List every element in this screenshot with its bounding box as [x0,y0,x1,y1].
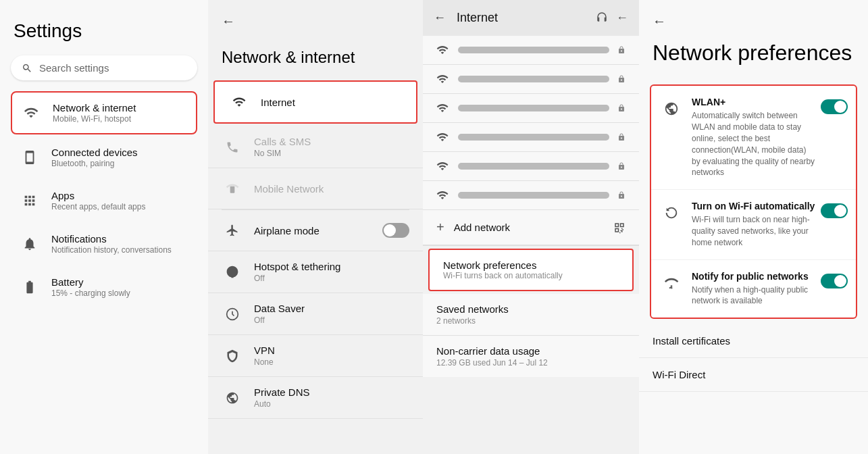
menu-item-calls[interactable]: Calls & SMS No SIM [208,126,423,168]
nav-connected-text: Connected devices Bluetooth, pairing [51,147,138,168]
panel2-header: Network & internet [208,29,423,78]
airplane-toggle-switch[interactable] [382,223,409,238]
search-icon [22,63,32,74]
menu-item-datasaver[interactable]: Data Saver Off [208,293,423,335]
nav-battery-label: Battery [51,276,130,288]
back-arrow-icon: ← [616,11,628,25]
wifi-ssid-bar-6 [458,192,609,199]
settings-panel: Settings Search settings Network & inter… [0,0,208,454]
headphones-icon [596,11,608,25]
nav-item-battery[interactable]: Battery 15% - charging slowly [11,267,197,307]
pref-item-wifi-auto[interactable]: Turn on Wi-Fi automatically Wi-Fi will t… [651,190,856,259]
wifi-signal-icon-1 [436,44,449,56]
wifi-network-3[interactable] [423,94,639,123]
wifi-network-1[interactable] [423,36,639,65]
mobile-text: Mobile Network [254,183,324,195]
wifi-auto-title: Turn on Wi-Fi automatically [692,201,815,211]
datasaver-label: Data Saver [254,303,305,314]
public-networks-toggle[interactable] [821,274,848,288]
wlan-plus-desc: Automatically switch between WLAN and mo… [692,110,815,178]
nav-item-apps[interactable]: Apps Recent apps, default apps [11,180,197,221]
airplane-toggle[interactable] [382,223,409,238]
panel2-back-button[interactable]: ← [208,0,423,29]
pref-item-wlan-plus[interactable]: WLAN+ Automatically switch between WLAN … [651,86,856,190]
pref-item-public-networks[interactable]: Notify for public networks Notify when a… [651,260,856,318]
wifi-ssid-bar-3 [458,105,609,111]
nav-battery-sublabel: 15% - charging slowly [51,288,130,298]
menu-item-private-dns[interactable]: Private DNS Auto [208,377,423,419]
public-networks-text: Notify for public networks Notify when a… [692,271,815,307]
nav-battery-text: Battery 15% - charging slowly [51,276,130,298]
menu-item-vpn[interactable]: VPN None [208,335,423,377]
search-placeholder: Search settings [39,62,109,74]
saved-networks-sublabel: 2 networks [436,316,626,326]
saved-networks-label: Saved networks [436,303,626,315]
add-network-button[interactable]: + Add network [423,210,639,245]
menu-item-internet[interactable]: Internet [213,80,417,124]
non-carrier-item[interactable]: Non-carrier data usage 12.39 GB used Jun… [423,336,639,377]
public-networks-title: Notify for public networks [692,271,815,282]
wifi-signal-icon-6 [436,189,449,201]
panel3-back-button[interactable]: ← [434,11,446,25]
wifi-direct-item[interactable]: Wi-Fi Direct [639,358,868,392]
wifi-network-2[interactable] [423,65,639,94]
nav-apps-label: Apps [51,190,145,201]
nav-item-connected[interactable]: Connected devices Bluetooth, pairing [11,137,197,178]
nav-connected-label: Connected devices [51,147,138,158]
search-bar[interactable]: Search settings [11,55,197,80]
net-pref-label: Network preferences [443,259,563,271]
net-pref-text: Network preferences Wi-Fi turns back on … [443,259,563,280]
vpn-sublabel: None [254,357,275,367]
nav-item-notifications[interactable]: Notifications Notification history, conv… [11,224,197,264]
airplane-label: Airplane mode [254,225,320,236]
calls-label: Calls & SMS [254,136,311,147]
menu-item-mobile[interactable]: Mobile Network [208,168,423,209]
saved-networks-item[interactable]: Saved networks 2 networks [423,294,639,336]
nav-notifications-label: Notifications [51,233,172,245]
apps-icon [18,188,42,213]
private-dns-text: Private DNS Auto [254,386,310,409]
wifi-icon [19,101,43,125]
install-certificates-label: Install certificates [653,335,730,347]
lock-icon-4 [617,133,626,141]
wifi-network-5[interactable] [423,152,639,181]
nav-apps-text: Apps Recent apps, default apps [51,190,145,211]
network-preferences-item[interactable]: Network preferences Wi-Fi turns back on … [428,249,634,291]
lock-icon-6 [617,191,626,199]
wifi-signal-icon-2 [436,73,449,85]
plus-icon: + [436,220,444,235]
wlan-plus-toggle-switch[interactable] [821,99,848,114]
wifi-auto-text: Turn on Wi-Fi automatically Wi-Fi will t… [692,201,815,248]
menu-item-hotspot[interactable]: Hotspot & tethering Off [208,251,423,293]
panel4-back-button[interactable]: ← [639,0,868,29]
wifi-network-6[interactable] [423,181,639,210]
wifi-network-4[interactable] [423,123,639,152]
wifi-ssid-bar-4 [458,134,609,141]
menu-item-airplane[interactable]: Airplane mode [208,210,423,251]
nav-apps-sublabel: Recent apps, default apps [51,202,145,211]
wlan-plus-toggle[interactable] [821,99,848,114]
hotspot-icon [222,261,243,283]
net-pref-sublabel: Wi-Fi turns back on automatically [443,271,563,280]
nav-network-text: Network & internet Mobile, Wi-Fi, hotspo… [53,102,136,124]
datasaver-sublabel: Off [254,316,305,325]
network-internet-panel: ← Network & internet Internet Calls & SM… [208,0,423,454]
nav-notifications-text: Notifications Notification history, conv… [51,233,172,255]
section-divider-1 [423,245,639,246]
nav-item-network[interactable]: Network & internet Mobile, Wi-Fi, hotspo… [11,91,197,134]
wifi-auto-toggle-switch[interactable] [821,203,848,218]
public-networks-toggle-switch[interactable] [821,274,848,288]
airplane-icon [222,220,243,241]
wifi-signal-icon-5 [436,160,449,172]
private-dns-sublabel: Auto [254,399,310,409]
wlan-plus-text: WLAN+ Automatically switch between WLAN … [692,97,815,178]
install-certificates-item[interactable]: Install certificates [639,324,868,358]
internet-label: Internet [261,97,295,108]
nav-notifications-sublabel: Notification history, conversations [51,245,172,255]
wifi-auto-toggle[interactable] [821,203,848,218]
datasaver-icon [222,303,243,325]
nav-connected-sublabel: Bluetooth, pairing [51,159,138,168]
svg-rect-0 [230,186,235,193]
lock-icon-2 [617,75,626,83]
nav-network-label: Network & internet [53,102,136,114]
